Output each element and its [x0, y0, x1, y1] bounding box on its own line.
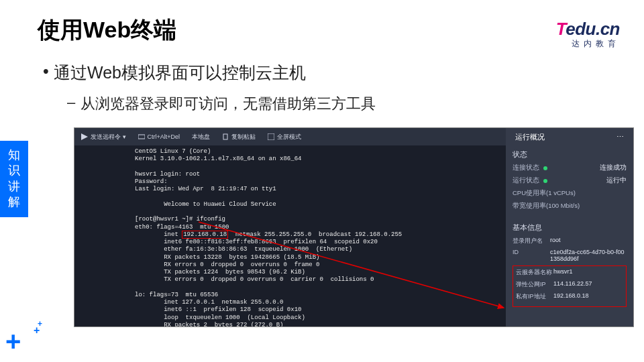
logo-edu: edu — [566, 19, 596, 39]
logo: Tedu.cn 达内教育 — [556, 19, 620, 50]
toolbar-local-label: 本地盘 — [192, 133, 210, 141]
panel-basic-info-section: 基本信息 登录用户名rootIDc1e0df2a-cc65-4d70-b0-f0… — [506, 219, 633, 311]
info-key: ID — [513, 249, 550, 262]
fullscreen-icon — [268, 133, 274, 140]
plus-decor-icon: + — [5, 326, 21, 357]
toolbar-paste-label: 复制粘贴 — [231, 133, 256, 141]
info-key: 弹性公网IP — [516, 280, 553, 289]
svg-rect-0 — [138, 135, 145, 139]
toolbar-local-disk[interactable]: 本地盘 — [192, 133, 210, 141]
toolbar-fullscreen-label: 全屏模式 — [277, 133, 301, 141]
info-row: 登录用户名root — [513, 237, 627, 245]
info-key: 云服务器名称 — [516, 268, 553, 277]
info-key: 私有IP地址 — [516, 292, 553, 301]
panel-tab-more: ⋯ — [616, 133, 624, 141]
panel-conn-val: 连接成功 — [600, 164, 627, 172]
slide-title: 使用Web终端 — [38, 15, 176, 46]
status-dot-icon — [543, 179, 547, 183]
terminal-output[interactable]: CentOS Linux 7 (Core) Kernel 3.10.0-1062… — [74, 145, 506, 326]
status-dot-icon — [543, 166, 547, 170]
panel-run-key: 运行状态 — [513, 176, 539, 185]
info-row-highlighted: 私有IP地址192.168.0.18 — [516, 292, 623, 301]
toolbar-cad[interactable]: Ctrl+Alt+Del — [138, 133, 180, 140]
panel-tab-label: 运行概况 — [515, 132, 545, 142]
toolbar-copy-paste[interactable]: 复制粘贴 — [222, 133, 256, 141]
info-val: root — [550, 237, 627, 245]
panel-run-val: 运行中 — [606, 176, 627, 185]
terminal-toolbar: 发送远程令 ▾ Ctrl+Alt+Del 本地盘 复制粘贴 全屏模式 — [74, 128, 506, 145]
info-val: hwsvr1 — [553, 268, 623, 277]
svg-rect-2 — [268, 133, 274, 140]
panel-highlighted-info: 云服务器名称hwsvr1弹性公网IP114.116.22.57私有IP地址192… — [513, 265, 627, 307]
bullet-level-2: 从浏览器登录即可访问，无需借助第三方工具 — [80, 94, 376, 114]
panel-conn-row: 连接状态 连接成功 — [513, 164, 627, 172]
panel-basic-heading: 基本信息 — [513, 223, 627, 233]
panel-conn-key: 连接状态 — [513, 164, 539, 172]
keyboard-icon — [138, 133, 145, 140]
info-row-highlighted: 弹性公网IP114.116.22.57 — [516, 280, 623, 289]
web-terminal-screenshot: 发送远程令 ▾ Ctrl+Alt+Del 本地盘 复制粘贴 全屏模式 CentO… — [74, 127, 634, 327]
info-val: 114.116.22.57 — [553, 280, 623, 289]
panel-run-row: 运行状态 运行中 — [513, 176, 627, 185]
logo-subtitle: 达内教育 — [556, 38, 620, 50]
panel-bandwidth-usage: 带宽使用率(100 Mbit/s) — [513, 202, 627, 210]
info-row-highlighted: 云服务器名称hwsvr1 — [516, 268, 623, 277]
plus-decor-tiny-icon: + — [38, 319, 42, 328]
logo-t: T — [556, 19, 566, 39]
svg-rect-1 — [223, 134, 227, 139]
send-icon — [81, 133, 88, 140]
toolbar-cad-label: Ctrl+Alt+Del — [148, 133, 180, 140]
side-panel: 运行概况 ⋯ 状态 连接状态 连接成功 运行状态 运行中 CPU使用率(1 vC… — [506, 128, 633, 326]
logo-cn: .cn — [596, 19, 620, 39]
clipboard-icon — [222, 133, 229, 140]
panel-cpu-usage: CPU使用率(1 vCPUs) — [513, 189, 627, 198]
info-row: IDc1e0df2a-cc65-4d70-b0-f001358dd96f — [513, 249, 627, 262]
panel-tab-overview[interactable]: 运行概况 ⋯ — [506, 128, 633, 145]
info-val: 192.168.0.18 — [553, 292, 623, 301]
toolbar-remote-label: 发送远程令 ▾ — [91, 133, 126, 141]
section-tag: 知识讲解 — [0, 141, 28, 217]
info-val: c1e0df2a-cc65-4d70-b0-f001358dd96f — [550, 249, 627, 262]
panel-status-heading: 状态 — [513, 149, 627, 160]
panel-status-section: 状态 连接状态 连接成功 运行状态 运行中 CPU使用率(1 vCPUs) 带宽… — [506, 145, 633, 219]
toolbar-remote-cmd[interactable]: 发送远程令 ▾ — [81, 133, 126, 141]
info-key: 登录用户名 — [513, 237, 550, 245]
bullet-level-1: 通过Web模拟界面可以控制云主机 — [54, 62, 306, 84]
toolbar-fullscreen[interactable]: 全屏模式 — [268, 133, 301, 141]
terminal-column: 发送远程令 ▾ Ctrl+Alt+Del 本地盘 复制粘贴 全屏模式 CentO… — [74, 128, 506, 326]
